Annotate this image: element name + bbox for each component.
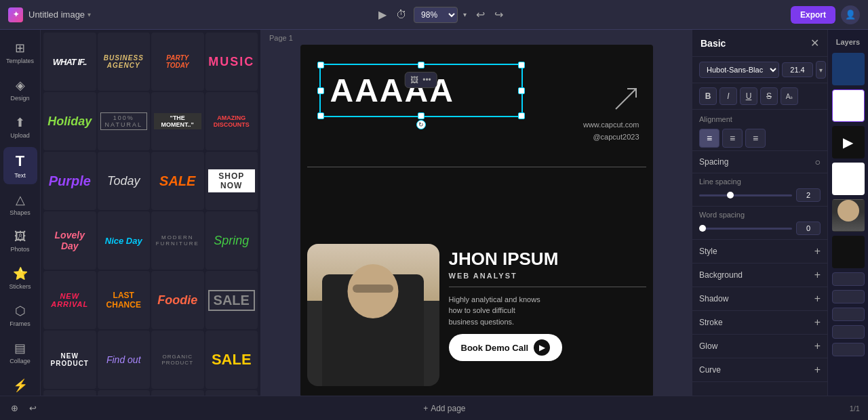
resize-handle-bc[interactable] xyxy=(418,112,425,119)
text-style-whatif[interactable]: WHAT IF.. xyxy=(43,33,96,91)
text-style-business[interactable]: BUSINESS AGENCY xyxy=(98,33,151,91)
props-close-button[interactable]: ✕ xyxy=(810,37,819,49)
sidebar-item-collage[interactable]: ▤ Collage xyxy=(3,335,37,370)
text-style-holiday[interactable]: Holiday xyxy=(43,92,96,150)
resize-handle-ml[interactable] xyxy=(317,87,324,94)
line-spacing-value[interactable] xyxy=(796,188,821,202)
play-button[interactable]: ▶ xyxy=(376,5,389,24)
text-style-natural[interactable]: 100% Natural xyxy=(98,92,151,150)
align-left-button[interactable]: ≡ xyxy=(699,129,719,148)
text-style-purple[interactable]: Purple xyxy=(43,152,96,210)
text-style-shopnow[interactable]: SHOP NOW xyxy=(205,152,258,210)
line-spacing-slider[interactable] xyxy=(699,194,792,196)
layer-thumb-dark[interactable] xyxy=(832,236,865,268)
resize-handle-tl[interactable] xyxy=(317,62,324,68)
layer-strip-2[interactable] xyxy=(832,290,865,303)
text-style-spring[interactable]: Spring xyxy=(205,211,258,270)
font-size-dropdown[interactable]: ▾ xyxy=(816,61,826,79)
text-style-lastchance[interactable]: LAST CHANCE xyxy=(98,271,151,329)
layer-thumb-3[interactable] xyxy=(832,163,865,195)
font-size-input[interactable] xyxy=(782,62,813,77)
word-spacing-thumb[interactable] xyxy=(699,225,706,232)
strikethrough-button[interactable]: S xyxy=(760,87,778,105)
text-style-modernfurn2[interactable]: MODERN FURNITURE xyxy=(98,390,151,396)
text-style-music[interactable]: MUSIC xyxy=(205,33,258,91)
chevron-down-icon[interactable]: ▾ xyxy=(87,11,91,18)
word-spacing-value[interactable] xyxy=(796,222,821,235)
sidebar-item-design[interactable]: ◈ Design xyxy=(3,72,37,107)
layer-strip-3[interactable] xyxy=(832,308,865,321)
sidebar-item-stickers[interactable]: ⭐ Stickers xyxy=(3,261,37,295)
user-avatar[interactable]: 👤 xyxy=(841,5,860,24)
text-size-button[interactable]: Aₐ xyxy=(781,87,798,105)
text-style-pinkbaby[interactable]: PINK BABY xyxy=(205,390,258,396)
sidebar-item-shapes[interactable]: △ Shapes xyxy=(3,187,37,222)
sidebar-item-frames[interactable]: ⬡ Frames xyxy=(3,298,37,333)
layer-strip-5[interactable] xyxy=(832,343,865,356)
background-expand-icon[interactable]: + xyxy=(814,269,821,281)
resize-handle-br[interactable] xyxy=(518,112,525,119)
shadow-section-header[interactable]: Shadow + xyxy=(692,287,827,311)
font-family-select[interactable]: Hubot-Sans-Blac xyxy=(699,62,779,78)
export-button[interactable]: Export xyxy=(791,6,835,24)
sidebar-item-photos[interactable]: 🖼 Photos xyxy=(3,224,37,258)
canvas-frame[interactable]: 🖼 ••• AAAAA ↻ www.c xyxy=(300,45,653,396)
text-style-today[interactable]: Today xyxy=(98,152,151,210)
resize-handle-mr[interactable] xyxy=(518,87,525,94)
underline-button[interactable]: U xyxy=(740,87,757,105)
text-style-modernfurn[interactable]: Modern Furniture xyxy=(151,211,204,270)
resize-handle-tc[interactable] xyxy=(418,62,425,68)
align-center-button[interactable]: ≡ xyxy=(722,129,743,148)
text-style-findout[interactable]: Find out xyxy=(98,331,151,389)
layer-thumb-1[interactable] xyxy=(832,53,865,85)
word-spacing-slider[interactable] xyxy=(699,228,792,230)
spacing-section-header[interactable]: Spacing ○ xyxy=(692,151,827,173)
text-style-newarrival[interactable]: NEW ARRIVAL xyxy=(43,271,96,329)
selected-text-element[interactable]: 🖼 ••• AAAAA ↻ xyxy=(319,64,523,117)
line-spacing-thumb[interactable] xyxy=(727,192,734,198)
timer-button[interactable]: ⏱ xyxy=(393,6,410,24)
text-style-organicprod[interactable]: ORGANIC PRODUCT xyxy=(151,331,204,389)
undo-history-button[interactable]: ↩ xyxy=(26,400,39,416)
curve-section-header[interactable]: Curve + xyxy=(692,358,827,382)
stroke-expand-icon[interactable]: + xyxy=(814,316,821,329)
style-expand-icon[interactable]: + xyxy=(814,245,821,257)
style-section-header[interactable]: Style + xyxy=(692,240,827,264)
curve-expand-icon[interactable]: + xyxy=(814,364,821,376)
text-style-lovelyday[interactable]: Lovely Day xyxy=(43,211,96,270)
text-style-excljewelry[interactable]: Exclusive Jewelry xyxy=(151,390,204,396)
resize-handle-bl[interactable] xyxy=(317,112,324,119)
shadow-expand-icon[interactable]: + xyxy=(814,293,821,305)
text-style-amazing[interactable]: Amazing Discounts xyxy=(205,92,258,150)
document-title[interactable]: Untitled image ▾ xyxy=(28,9,91,20)
glow-expand-icon[interactable]: + xyxy=(814,340,821,352)
sidebar-item-text[interactable]: T Text xyxy=(3,147,37,184)
layer-thumb-2[interactable] xyxy=(832,89,865,122)
align-right-button[interactable]: ≡ xyxy=(745,129,766,148)
sidebar-item-upload[interactable]: ⬆ Upload xyxy=(3,110,37,144)
add-page-button[interactable]: + Add page xyxy=(423,404,465,413)
background-section-header[interactable]: Background + xyxy=(692,264,827,287)
bold-button[interactable]: B xyxy=(699,87,717,105)
sidebar-item-templates[interactable]: ⊞ Templates xyxy=(3,35,37,70)
sidebar-item-apps[interactable]: ⚡ Apps xyxy=(3,373,37,396)
fit-view-button[interactable]: ⊕ xyxy=(8,400,21,416)
layer-thumb-play[interactable]: ▶ xyxy=(832,126,865,159)
resize-handle-tr[interactable] xyxy=(518,62,525,68)
text-style-foodie[interactable]: Foodie xyxy=(151,271,204,329)
text-style-niceday[interactable]: Nice Day xyxy=(98,211,151,270)
layer-strip-1[interactable] xyxy=(832,272,865,286)
redo-button[interactable]: ↪ xyxy=(492,5,506,24)
text-style-sale1[interactable]: SALE xyxy=(151,152,204,210)
layer-thumb-person[interactable] xyxy=(832,199,865,232)
text-style-cantmiss[interactable]: Can't-miss xyxy=(43,390,96,396)
book-demo-button[interactable]: Book Demo Call ▶ xyxy=(449,334,563,361)
text-style-sale2[interactable]: SALE xyxy=(205,271,258,329)
glow-section-header[interactable]: Glow + xyxy=(692,335,827,358)
undo-button[interactable]: ↩ xyxy=(473,5,488,24)
rotate-handle[interactable]: ↻ xyxy=(416,120,426,129)
chevron-down-icon[interactable]: ▾ xyxy=(460,8,469,21)
text-style-partytoday[interactable]: PARTY TODAY xyxy=(151,33,204,91)
layer-strip-4[interactable] xyxy=(832,325,865,339)
more-options-icon[interactable]: ••• xyxy=(422,75,431,85)
